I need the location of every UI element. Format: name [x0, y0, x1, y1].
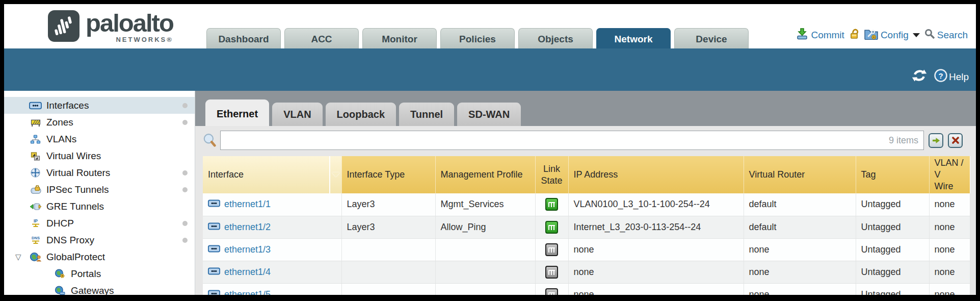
sidebar-item-gateways[interactable]: Gateways: [4, 282, 195, 295]
tab-network[interactable]: Network: [596, 28, 671, 48]
logo-text: paloalto NETWORKS®: [86, 10, 173, 43]
sidebar-item-label: Zones: [46, 117, 73, 128]
column-header-virtual-router[interactable]: Virtual Router: [744, 156, 856, 193]
column-header-interface-type[interactable]: Interface Type: [341, 156, 435, 193]
sort-dropdown-icon[interactable]: [329, 156, 341, 193]
sidebar-item-interfaces[interactable]: Interfaces: [4, 97, 195, 114]
table-row: ethernet1/5 none none Untagged none: [203, 283, 970, 295]
content-area: Ethernet VLAN Loopback Tunnel SD-WAN 9 i…: [195, 91, 976, 295]
zones-icon: [29, 118, 42, 127]
cell-interface: ethernet1/1: [203, 193, 341, 216]
tab-loopback[interactable]: Loopback: [326, 103, 396, 126]
sidebar-item-vlans[interactable]: VLANs: [4, 131, 195, 147]
tab-ethernet[interactable]: Ethernet: [205, 99, 269, 126]
cell-ip-address: none: [568, 238, 744, 261]
column-header-management-profile[interactable]: Management Profile: [435, 156, 535, 193]
column-label: Tag: [861, 169, 876, 180]
brand-name: paloalto: [86, 10, 173, 36]
column-header-vlan-virtual-wire[interactable]: VLAN / V Wire: [929, 156, 970, 193]
cell-vlan-wire: none: [929, 238, 970, 261]
column-header-interface[interactable]: Interface: [203, 156, 341, 193]
status-dot: [182, 103, 188, 108]
sidebar-item-dhcp[interactable]: IP DHCP: [4, 215, 195, 232]
search-button[interactable]: Search: [924, 29, 968, 41]
app-window: paloalto NETWORKS® Dashboard ACC Monitor…: [4, 4, 976, 295]
table-header-row: Interface Interface Type Management Prof…: [203, 156, 970, 193]
help-icon: ?: [934, 69, 947, 85]
sidebar-item-portals[interactable]: Portals: [4, 265, 195, 282]
tab-tunnel[interactable]: Tunnel: [399, 103, 454, 126]
column-label: Interface Type: [347, 169, 405, 180]
sidebar-item-ipsec-tunnels[interactable]: IPSec Tunnels: [4, 181, 195, 198]
cell-interface: ethernet1/4: [203, 261, 341, 283]
tab-dashboard[interactable]: Dashboard: [206, 28, 281, 48]
cell-interface-type: [341, 283, 435, 295]
lock-button[interactable]: [849, 28, 860, 42]
config-dropdown[interactable]: Config: [864, 28, 920, 42]
paloalto-logo-icon: [48, 10, 80, 44]
nav-utilities: Commit: [796, 28, 968, 42]
interfaces-table: Interface Interface Type Management Prof…: [203, 156, 971, 295]
network-sidebar: Interfaces Zones VLANs Vir: [4, 91, 195, 295]
config-icon: [864, 28, 878, 42]
interface-link[interactable]: ethernet1/5: [208, 289, 336, 295]
link-down-icon: [545, 243, 558, 256]
column-header-tag[interactable]: Tag: [856, 156, 929, 193]
tab-sdwan[interactable]: SD-WAN: [457, 103, 521, 126]
filter-input[interactable]: [221, 131, 889, 149]
tab-monitor[interactable]: Monitor: [362, 28, 437, 48]
sidebar-item-virtual-wires[interactable]: Virtual Wires: [4, 147, 195, 164]
commit-button[interactable]: Commit: [796, 28, 844, 42]
clear-filter-button[interactable]: [948, 133, 963, 148]
help-button[interactable]: ? Help: [934, 69, 969, 85]
tab-device[interactable]: Device: [674, 28, 749, 48]
interface-name: ethernet1/4: [224, 267, 271, 278]
column-header-link-state[interactable]: Link State: [535, 156, 568, 193]
tab-objects[interactable]: Objects: [518, 28, 593, 48]
interface-link[interactable]: ethernet1/2: [208, 222, 336, 233]
column-label: Wire: [935, 181, 965, 192]
tab-policies[interactable]: Policies: [440, 28, 515, 48]
refresh-button[interactable]: [912, 69, 927, 84]
link-down-icon: [545, 266, 558, 279]
link-up-icon: [545, 198, 558, 211]
cell-vlan-wire: none: [929, 283, 970, 295]
commit-label: Commit: [811, 30, 844, 41]
sidebar-item-dns-proxy[interactable]: DNS DNS Proxy: [4, 232, 195, 248]
column-label: Link State: [538, 163, 566, 187]
sidebar-item-gre-tunnels[interactable]: GRE Tunnels: [4, 198, 195, 215]
sidebar-item-globalprotect[interactable]: ▽ GlobalProtect: [4, 248, 195, 265]
interface-link[interactable]: ethernet1/1: [208, 199, 336, 210]
sidebar-item-label: DHCP: [46, 218, 74, 229]
table-row: ethernet1/4 none none Untagged none: [203, 261, 970, 283]
gateways-icon: [53, 286, 67, 295]
tab-vlan[interactable]: VLAN: [272, 103, 322, 126]
column-label: VLAN / V: [935, 157, 965, 181]
refresh-icon: [912, 69, 927, 84]
sidebar-item-label: Virtual Routers: [46, 167, 110, 179]
cell-vlan-wire: none: [929, 193, 970, 216]
cell-virtual-router: default: [744, 216, 856, 238]
cell-ip-address: VLAN0100_L3_10-1-100-254--24: [568, 193, 744, 216]
interface-icon: [208, 244, 220, 255]
cell-interface: ethernet1/5: [203, 283, 341, 295]
cell-management-profile: [435, 283, 535, 295]
cell-ip-address: none: [568, 261, 744, 283]
column-label: Management Profile: [441, 169, 530, 181]
interface-link[interactable]: ethernet1/3: [208, 244, 336, 255]
apply-filter-button[interactable]: [929, 133, 943, 148]
portals-icon: [53, 269, 67, 279]
interface-icon: [208, 267, 220, 278]
status-dot: [182, 120, 188, 125]
sidebar-item-virtual-routers[interactable]: Virtual Routers: [4, 164, 195, 181]
interface-name: ethernet1/3: [224, 244, 271, 255]
expand-caret-icon[interactable]: ▽: [15, 253, 21, 262]
interface-icon: [208, 222, 220, 233]
tab-acc[interactable]: ACC: [284, 28, 359, 48]
sidebar-item-label: Interfaces: [46, 100, 89, 111]
interface-link[interactable]: ethernet1/4: [208, 267, 336, 278]
cell-tag: Untagged: [856, 216, 929, 238]
cell-link-state: [535, 238, 568, 261]
sidebar-item-zones[interactable]: Zones: [4, 114, 195, 131]
column-header-ip-address[interactable]: IP Address: [568, 156, 744, 193]
